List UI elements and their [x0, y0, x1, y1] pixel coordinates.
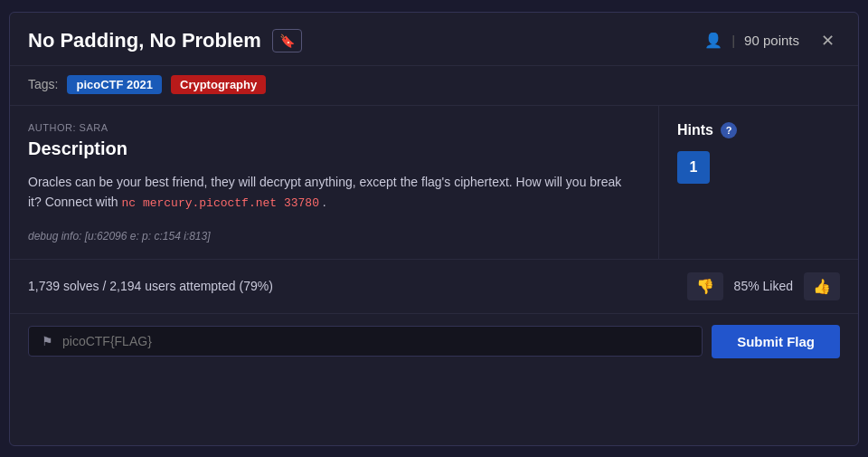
thumbsdown-icon: 👎 [696, 279, 714, 294]
description-body: Oracles can be your best friend, they wi… [28, 172, 637, 214]
bookmark-button[interactable]: 🔖 [272, 29, 302, 52]
submit-flag-button[interactable]: Submit Flag [712, 325, 840, 358]
author-label: AUTHOR: SARA [28, 122, 637, 133]
likes-percent: 85% Liked [734, 279, 793, 293]
likes-section: 👎 85% Liked 👍 [687, 272, 840, 300]
header-left: No Padding, No Problem 🔖 [28, 29, 302, 52]
header-right: 👤 | 90 points ✕ [704, 29, 840, 52]
stats-text: 1,739 solves / 2,194 users attempted (79… [28, 279, 273, 293]
close-button[interactable]: ✕ [816, 29, 840, 52]
points-display: 90 points [744, 33, 799, 48]
like-button[interactable]: 👍 [804, 272, 840, 300]
hints-header: Hints ? [677, 122, 840, 138]
tag-cryptography[interactable]: Cryptography [171, 75, 266, 94]
flag-row: ⚑ Submit Flag [10, 313, 858, 369]
tags-label: Tags: [28, 77, 58, 91]
hints-label: Hints [677, 122, 713, 138]
tags-row: Tags: picoCTF 2021 Cryptography [10, 66, 858, 106]
description-heading: Description [28, 138, 637, 159]
challenge-modal: No Padding, No Problem 🔖 👤 | 90 points ✕… [9, 12, 859, 446]
hints-question-icon[interactable]: ? [721, 122, 737, 138]
bookmark-icon: 🔖 [279, 33, 295, 48]
close-icon: ✕ [821, 32, 835, 50]
nc-command[interactable]: nc mercury.picoctf.net 33780 [122, 196, 319, 210]
debug-info: debug info: [u:62096 e: p: c:154 i:813] [28, 230, 637, 243]
flag-input-wrapper: ⚑ [28, 326, 703, 357]
user-icon: 👤 [704, 32, 722, 49]
points-separator: | [731, 33, 735, 48]
modal-title: No Padding, No Problem [28, 29, 261, 52]
dislike-button[interactable]: 👎 [687, 272, 723, 300]
modal-body: AUTHOR: SARA Description Oracles can be … [10, 106, 858, 259]
tag-picoctf[interactable]: picoCTF 2021 [67, 75, 162, 94]
main-content: AUTHOR: SARA Description Oracles can be … [10, 106, 659, 259]
description-suffix: . [323, 195, 326, 209]
hint-1-button[interactable]: 1 [677, 151, 710, 184]
stats-row: 1,739 solves / 2,194 users attempted (79… [10, 259, 858, 313]
flag-icon: ⚑ [42, 334, 53, 348]
thumbsup-icon: 👍 [813, 279, 831, 294]
flag-input[interactable] [62, 334, 689, 348]
modal-header: No Padding, No Problem 🔖 👤 | 90 points ✕ [10, 13, 858, 66]
hints-sidebar: Hints ? 1 [659, 106, 858, 259]
